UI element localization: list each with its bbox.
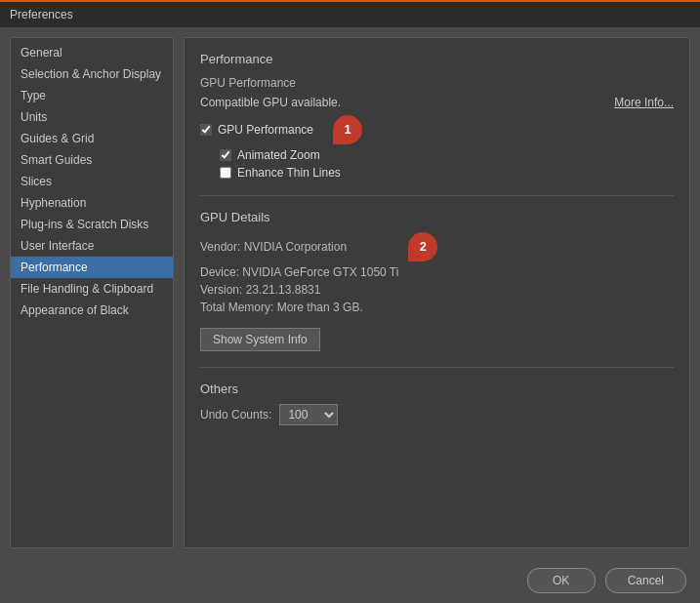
content-area: Performance GPU Performance Compatible G…: [184, 37, 690, 548]
enhance-thin-lines-row: Enhance Thin Lines: [220, 166, 674, 180]
footer: OK Cancel: [0, 558, 700, 603]
enhance-thin-lines-label: Enhance Thin Lines: [237, 166, 341, 180]
ok-button[interactable]: OK: [527, 568, 596, 593]
vendor-text: Vendor: NVIDIA Corporation: [200, 240, 347, 254]
gpu-perf-title: GPU Performance: [200, 76, 674, 90]
sidebar-item-appearance-black[interactable]: Appearance of Black: [11, 300, 173, 321]
animated-zoom-row: Animated Zoom: [220, 148, 674, 162]
more-info-link[interactable]: More Info...: [614, 96, 674, 109]
sidebar-item-guides-grid[interactable]: Guides & Grid: [11, 128, 173, 149]
total-memory-row: Total Memory: More than 3 GB.: [200, 301, 674, 314]
undo-label: Undo Counts:: [200, 408, 271, 422]
others-title: Others: [200, 382, 674, 396]
vendor-row: Vendor: NVIDIA Corporation 2: [200, 232, 674, 261]
undo-row: Undo Counts: 100 50 150 200: [200, 404, 674, 425]
sidebar-item-smart-guides[interactable]: Smart Guides: [11, 149, 173, 171]
gpu-details-title: GPU Details: [200, 210, 674, 224]
main-section-title: Performance: [200, 52, 674, 66]
sidebar-item-type[interactable]: Type: [11, 85, 173, 106]
sidebar-item-selection-anchor[interactable]: Selection & Anchor Display: [11, 63, 173, 85]
animated-zoom-label: Animated Zoom: [237, 148, 320, 162]
undo-select[interactable]: 100 50 150 200: [279, 404, 338, 425]
sidebar-item-user-interface[interactable]: User Interface: [11, 235, 173, 257]
sidebar: General Selection & Anchor Display Type …: [10, 37, 174, 548]
sidebar-item-plugins-scratch[interactable]: Plug-ins & Scratch Disks: [11, 214, 173, 235]
divider-1: [200, 195, 674, 196]
sidebar-item-units[interactable]: Units: [11, 106, 173, 128]
annotation-2: 2: [408, 232, 437, 261]
sidebar-item-performance[interactable]: Performance: [11, 257, 173, 278]
sidebar-item-general[interactable]: General: [11, 42, 173, 63]
gpu-perf-label: GPU Performance: [218, 123, 313, 137]
dialog-body: General Selection & Anchor Display Type …: [0, 27, 700, 558]
annotation-1: 1: [333, 115, 362, 144]
gpu-details-section: GPU Details Vendor: NVIDIA Corporation 2…: [200, 210, 674, 351]
sidebar-item-file-handling[interactable]: File Handling & Clipboard: [11, 278, 173, 300]
compatible-row: Compatible GPU available. More Info...: [200, 96, 674, 109]
gpu-performance-section: GPU Performance Compatible GPU available…: [200, 76, 674, 180]
others-section: Others Undo Counts: 100 50 150 200: [200, 382, 674, 425]
show-system-info-button[interactable]: Show System Info: [200, 328, 320, 351]
device-row: Device: NVIDIA GeForce GTX 1050 Ti: [200, 265, 674, 279]
sidebar-item-slices[interactable]: Slices: [11, 171, 173, 192]
enhance-thin-lines-checkbox[interactable]: [220, 167, 231, 179]
version-row: Version: 23.21.13.8831: [200, 283, 674, 297]
gpu-perf-checkbox-row: GPU Performance 1: [200, 115, 674, 144]
compatible-text: Compatible GPU available.: [200, 96, 341, 109]
gpu-perf-checkbox[interactable]: [200, 124, 212, 136]
sidebar-item-hyphenation[interactable]: Hyphenation: [11, 192, 173, 214]
cancel-button[interactable]: Cancel: [605, 568, 686, 593]
animated-zoom-checkbox[interactable]: [220, 149, 231, 161]
divider-2: [200, 367, 674, 368]
title-bar: Preferences: [0, 0, 700, 27]
title-bar-text: Preferences: [10, 8, 73, 21]
